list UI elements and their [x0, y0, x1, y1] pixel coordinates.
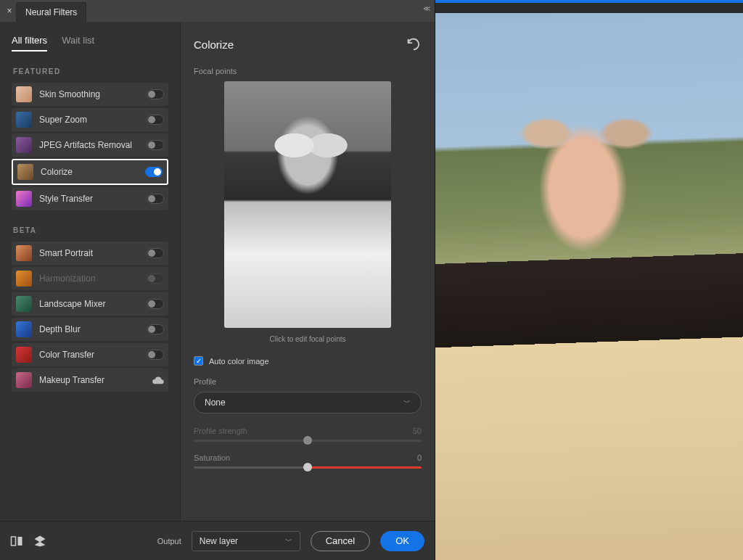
tab-wait-list[interactable]: Wait list: [62, 35, 94, 52]
profile-label: Profile: [194, 377, 422, 386]
filter-label: Skin Smoothing: [39, 89, 139, 99]
toggle-icon[interactable]: [145, 167, 163, 177]
profile-select[interactable]: None ﹀: [194, 392, 422, 413]
panel-footer: Output New layer ﹀ Cancel OK: [0, 521, 435, 560]
focal-preview-wrap: Click to edit focal points: [194, 81, 422, 343]
canvas-selection-border: [435, 0, 743, 3]
filter-thumb-icon: [16, 372, 32, 388]
slider-thumb[interactable]: [303, 463, 312, 472]
strength-label: Profile strength: [194, 427, 247, 435]
filter-label: Color Transfer: [39, 350, 139, 360]
chevron-down-icon: ﹀: [403, 398, 411, 408]
filters-sidebar: All filters Wait list FEATURED Skin Smoo…: [0, 22, 180, 521]
saturation-value: 0: [417, 453, 422, 462]
filter-skin-smoothing[interactable]: Skin Smoothing: [12, 83, 168, 106]
toggle-icon[interactable]: [147, 324, 164, 334]
filter-landscape-mixer[interactable]: Landscape Mixer: [12, 292, 168, 316]
toggle-icon[interactable]: [147, 115, 164, 125]
toggle-icon[interactable]: [147, 140, 164, 150]
profile-strength-slider: Profile strength 50: [194, 427, 422, 442]
toggle-icon[interactable]: [147, 248, 164, 258]
filter-label: JPEG Artifacts Removal: [39, 140, 139, 150]
cancel-button[interactable]: Cancel: [311, 531, 370, 551]
saturation-slider: Saturation 0: [194, 453, 422, 469]
before-after-icon[interactable]: [10, 535, 23, 548]
filter-thumb-icon: [16, 112, 32, 128]
filter-label: Smart Portrait: [39, 248, 139, 258]
filter-thumb-icon: [16, 296, 32, 312]
reset-icon[interactable]: [406, 36, 422, 52]
slider-track[interactable]: [194, 440, 422, 442]
slider-thumb[interactable]: [303, 436, 312, 445]
output-select[interactable]: New layer ﹀: [192, 531, 300, 551]
checkbox-checked-icon[interactable]: ✓: [194, 356, 203, 366]
toggle-icon[interactable]: [147, 299, 164, 309]
layers-icon[interactable]: [33, 535, 46, 548]
output-value: New layer: [200, 536, 238, 546]
filter-thumb-icon: [16, 347, 32, 363]
filter-jpeg-artifacts[interactable]: JPEG Artifacts Removal: [12, 133, 168, 157]
slider-track[interactable]: [194, 466, 422, 469]
document-canvas[interactable]: [435, 0, 743, 560]
filter-label: Super Zoom: [39, 115, 139, 125]
filter-thumb-icon: [16, 86, 32, 102]
filter-depth-blur[interactable]: Depth Blur: [12, 318, 168, 341]
filter-thumb-icon: [16, 321, 32, 337]
chevron-down-icon: ﹀: [285, 536, 292, 546]
filter-color-transfer[interactable]: Color Transfer: [12, 343, 168, 366]
filter-thumb-icon: [16, 245, 32, 261]
panel-columns: All filters Wait list FEATURED Skin Smoo…: [0, 22, 435, 521]
filter-harmonization[interactable]: Harmonization: [12, 267, 168, 290]
canvas-image: [435, 13, 743, 560]
filter-super-zoom[interactable]: Super Zoom: [12, 108, 168, 131]
svg-rect-1: [18, 537, 22, 545]
auto-color-checkbox-row[interactable]: ✓ Auto color image: [194, 356, 422, 366]
sidebar-tabs: All filters Wait list: [12, 35, 168, 52]
filter-label: Harmonization: [39, 273, 139, 284]
filter-colorize[interactable]: Colorize: [12, 159, 168, 185]
tab-all-filters[interactable]: All filters: [12, 35, 47, 52]
focal-preview-image[interactable]: [224, 81, 391, 328]
toggle-icon[interactable]: [147, 89, 164, 99]
app-root: × Neural Filters ≪ All filters Wait list…: [0, 0, 743, 560]
filter-style-transfer[interactable]: Style Transfer: [12, 187, 168, 210]
filter-label: Depth Blur: [39, 324, 139, 334]
auto-color-label: Auto color image: [209, 357, 269, 366]
output-label: Output: [157, 537, 181, 545]
filter-thumb-icon: [17, 164, 33, 180]
filter-makeup-transfer[interactable]: Makeup Transfer: [12, 368, 168, 392]
settings-header: Colorize: [194, 36, 422, 52]
filter-label: Landscape Mixer: [39, 299, 139, 309]
section-beta: BETA: [13, 226, 168, 234]
focal-caption: Click to edit focal points: [269, 335, 345, 343]
filter-thumb-icon: [16, 191, 32, 207]
toggle-icon[interactable]: [147, 273, 164, 284]
collapse-icon[interactable]: ≪: [423, 4, 430, 12]
filter-label: Makeup Transfer: [39, 375, 145, 385]
toggle-icon[interactable]: [147, 350, 164, 360]
cloud-download-icon[interactable]: [152, 376, 164, 384]
svg-rect-0: [12, 537, 16, 545]
filter-label: Colorize: [41, 167, 138, 177]
settings-title: Colorize: [194, 38, 234, 51]
saturation-label: Saturation: [194, 453, 230, 462]
filter-thumb-icon: [16, 137, 32, 153]
profile-value: None: [205, 398, 226, 408]
toggle-icon[interactable]: [147, 194, 164, 204]
ok-button[interactable]: OK: [380, 531, 424, 551]
filter-settings-column: Colorize Focal points Click to edit foca…: [180, 22, 435, 521]
filter-smart-portrait[interactable]: Smart Portrait: [12, 242, 168, 265]
panel-title-tab[interactable]: Neural Filters: [16, 2, 86, 22]
neural-filters-panel: × Neural Filters ≪ All filters Wait list…: [0, 0, 435, 560]
filter-label: Style Transfer: [39, 194, 139, 204]
strength-value: 50: [413, 427, 422, 435]
close-icon[interactable]: ×: [0, 6, 15, 16]
filter-thumb-icon: [16, 271, 32, 287]
focal-points-label: Focal points: [194, 67, 422, 75]
section-featured: FEATURED: [13, 67, 168, 75]
panel-titlebar: × Neural Filters ≪: [0, 0, 435, 22]
